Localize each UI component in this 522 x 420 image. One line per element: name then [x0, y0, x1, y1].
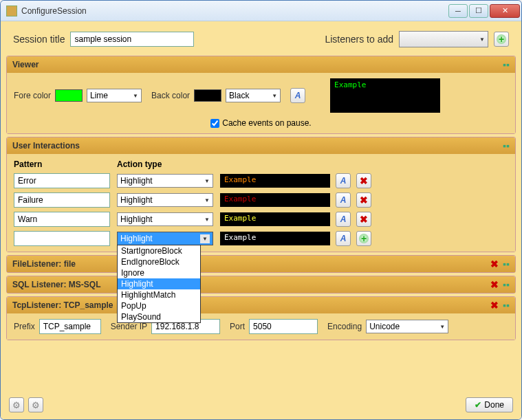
chevron-down-icon: ▼ — [479, 36, 485, 43]
action-dropdown[interactable]: Highlight▼ — [117, 212, 213, 226]
font-icon: A — [340, 234, 347, 243]
tcplistener-panel: TcpListener: TCP_sample ✖ ▪▪ Prefix Send… — [6, 296, 516, 340]
footer: ⚙ ⚙ ✔ Done — [6, 393, 516, 414]
app-icon — [6, 5, 17, 16]
pattern-input[interactable] — [14, 173, 110, 188]
delete-icon[interactable]: ✖ — [490, 279, 499, 290]
delete-icon[interactable]: ✖ — [490, 300, 499, 311]
delete-icon[interactable]: ✖ — [490, 258, 499, 269]
viewer-panel-header[interactable]: Viewer ▪▪ — [7, 56, 515, 73]
listeners-dropdown[interactable]: ▼ — [399, 31, 488, 47]
listeners-label: Listeners to add — [325, 34, 393, 45]
example-preview: Example — [220, 232, 330, 245]
gear-icon: ⚙ — [32, 400, 40, 410]
sqllistener-header[interactable]: SQL Listener: MS-SQL ✖ ▪▪ — [7, 276, 515, 293]
session-title-label: Session title — [13, 34, 65, 45]
collapse-icon[interactable]: ▪▪ — [503, 59, 510, 70]
row-font-button[interactable]: A — [336, 231, 351, 246]
action-dropdown-list[interactable]: StartIgnoreBlock EndIgnoreBlock Ignore H… — [117, 245, 201, 323]
col-action-header: Action type — [117, 159, 213, 169]
gear-icon: ⚙ — [12, 400, 21, 410]
row-delete-button[interactable]: ✖ — [356, 192, 371, 208]
sqllistener-panel: SQL Listener: MS-SQL ✖ ▪▪ — [6, 276, 516, 294]
footer-tool-1[interactable]: ⚙ — [9, 397, 24, 412]
window-title: ConfigureSession — [21, 6, 448, 16]
pattern-input[interactable] — [14, 212, 110, 227]
plus-icon: + — [497, 34, 506, 44]
fore-color-label: Fore color — [14, 91, 51, 100]
dropdown-option[interactable]: HighlightMatch — [118, 289, 200, 300]
port-label: Port — [230, 322, 245, 331]
action-dropdown[interactable]: Highlight▼ — [117, 193, 213, 207]
check-icon: ✔ — [475, 400, 481, 410]
example-preview: Example — [220, 212, 330, 226]
row-font-button[interactable]: A — [336, 212, 351, 227]
pattern-input[interactable] — [14, 192, 110, 208]
titlebar[interactable]: ConfigureSession ─ ☐ ✕ — [1, 1, 521, 21]
x-icon: ✖ — [360, 195, 368, 206]
dropdown-option-selected[interactable]: Highlight — [118, 278, 200, 289]
expand-icon[interactable]: ▪▪ — [503, 258, 510, 269]
example-preview: Example — [220, 193, 330, 207]
back-color-dropdown[interactable]: Black▼ — [226, 89, 281, 102]
pattern-input-new[interactable] — [14, 231, 110, 246]
tcplistener-header[interactable]: TcpListener: TCP_sample ✖ ▪▪ — [7, 297, 515, 313]
row-delete-button[interactable]: ✖ — [356, 212, 371, 227]
footer-tool-2[interactable]: ⚙ — [28, 397, 43, 412]
filelistener-header[interactable]: FileListener: file ✖ ▪▪ — [7, 256, 515, 272]
col-pattern-header: Pattern — [14, 159, 110, 169]
viewer-panel: Viewer ▪▪ Fore color Lime▼ Back color Bl… — [6, 56, 516, 134]
row-add-button[interactable]: + — [356, 231, 371, 246]
dropdown-option[interactable]: StartIgnoreBlock — [118, 245, 200, 256]
dropdown-option[interactable]: PlaySound — [118, 311, 200, 322]
dropdown-option[interactable]: PopUp — [118, 300, 200, 311]
row-font-button[interactable]: A — [336, 173, 351, 188]
action-dropdown-new[interactable]: Highlight▼ — [117, 232, 213, 245]
row-delete-button[interactable]: ✖ — [356, 173, 371, 188]
session-title-input[interactable] — [70, 32, 194, 47]
done-button[interactable]: ✔ Done — [466, 397, 513, 412]
interactions-panel: User Interactions ▪▪ Pattern Action type… — [6, 137, 516, 252]
encoding-label: Encoding — [327, 322, 362, 331]
interactions-panel-header[interactable]: User Interactions ▪▪ — [7, 137, 515, 154]
back-color-label: Back color — [151, 91, 190, 100]
fore-color-dropdown[interactable]: Lime▼ — [87, 89, 142, 102]
port-input[interactable] — [249, 319, 318, 334]
collapse-icon[interactable]: ▪▪ — [503, 140, 510, 151]
example-preview: Example — [220, 174, 330, 188]
add-listener-button[interactable]: + — [494, 32, 509, 47]
cache-checkbox[interactable] — [210, 119, 219, 128]
cache-label: Cache events on pause. — [222, 118, 311, 128]
viewer-preview: Example — [330, 78, 440, 113]
expand-icon[interactable]: ▪▪ — [503, 279, 510, 290]
prefix-label: Prefix — [14, 322, 35, 331]
plus-icon: + — [359, 234, 369, 243]
close-button[interactable]: ✕ — [490, 4, 520, 18]
x-icon: ✖ — [360, 175, 368, 186]
x-icon: ✖ — [360, 214, 368, 225]
dropdown-option[interactable]: Ignore — [118, 267, 200, 278]
prefix-input[interactable] — [39, 319, 101, 334]
encoding-dropdown[interactable]: Unicode▼ — [366, 320, 448, 333]
row-font-button[interactable]: A — [336, 192, 351, 208]
maximize-button[interactable]: ☐ — [469, 4, 488, 18]
client-area: SnapFiles Session title Listeners to add… — [1, 21, 521, 419]
top-row: Session title Listeners to add ▼ + — [6, 28, 516, 56]
app-window: ConfigureSession ─ ☐ ✕ SnapFiles Session… — [0, 0, 522, 420]
font-icon: A — [340, 176, 347, 186]
dropdown-option[interactable]: EndIgnoreBlock — [118, 256, 200, 267]
viewer-font-button[interactable]: A — [290, 88, 305, 103]
action-dropdown[interactable]: Highlight▼ — [117, 174, 213, 188]
font-icon: A — [340, 214, 347, 224]
font-icon: A — [340, 195, 347, 205]
minimize-button[interactable]: ─ — [448, 4, 468, 18]
collapse-icon[interactable]: ▪▪ — [503, 300, 510, 311]
filelistener-panel: FileListener: file ✖ ▪▪ — [6, 255, 516, 273]
font-icon: A — [295, 91, 301, 100]
back-color-swatch[interactable] — [194, 89, 221, 102]
fore-color-swatch[interactable] — [55, 89, 83, 102]
senderip-label: Sender IP — [111, 322, 147, 331]
